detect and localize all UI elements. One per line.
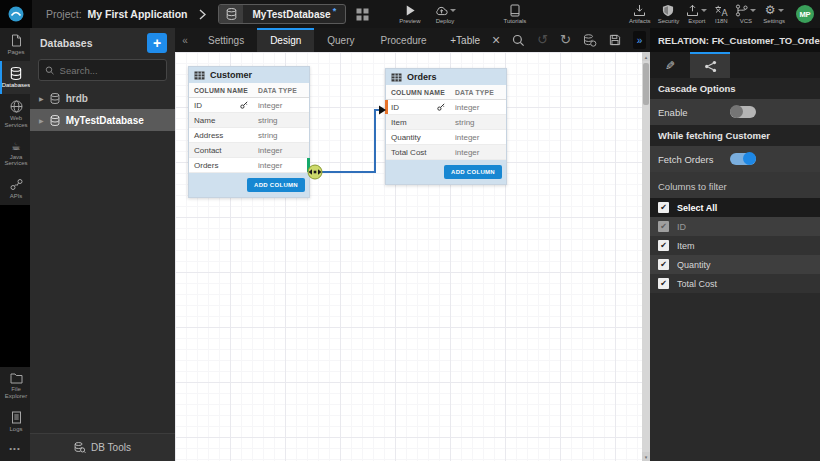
db-design-canvas[interactable]: CustomerCOLUMN NAMEDATA TYPEIDintegerNam… [175, 52, 650, 461]
checkbox-icon[interactable]: ✔ [658, 240, 669, 251]
update-database-icon[interactable] [583, 34, 597, 47]
add-database-button[interactable]: + [147, 33, 167, 53]
settings-button[interactable]: ⚙ Settings [763, 4, 785, 24]
project-label: Project: [46, 8, 82, 20]
column-row-quantity[interactable]: Quantityinteger [386, 130, 506, 145]
rail-item-file-explorer[interactable]: File Explorer [0, 367, 30, 405]
database-tab[interactable]: MyTestDatabase * [218, 4, 346, 24]
rail-item-logs[interactable]: Logs [0, 405, 30, 438]
deploy-button[interactable]: Deploy [435, 4, 456, 24]
column-row-address[interactable]: Addressstring [189, 128, 309, 143]
columns-to-filter-label: Columns to filter [650, 172, 820, 198]
checkbox-icon[interactable]: ✔ [658, 278, 669, 289]
filter-column-quantity[interactable]: ✔Quantity [650, 255, 820, 274]
tree-item-mytestdatabase[interactable]: ▶ MyTestDatabase [30, 109, 175, 131]
column-row-item[interactable]: Itemstring [386, 115, 506, 130]
filter-column-id[interactable]: ✔ID [650, 217, 820, 236]
filter-column-select-all[interactable]: ✔Select All [650, 198, 820, 217]
filter-column-item[interactable]: ✔Item [650, 236, 820, 255]
database-tab-label: MyTestDatabase [252, 9, 330, 20]
tab-relation-settings[interactable] [690, 52, 730, 78]
table-title[interactable]: Customer [189, 67, 309, 83]
checkbox-icon[interactable]: ✔ [658, 202, 669, 213]
table-card-orders[interactable]: OrdersCOLUMN NAMEDATA TYPEIDintegerItems… [385, 68, 507, 185]
tree-item-hrdb[interactable]: ▶ hrdb [30, 87, 175, 109]
add-column-button[interactable]: ADD COLUMN [444, 165, 502, 179]
add-column-button[interactable]: ADD COLUMN [247, 178, 305, 192]
undo-icon[interactable]: ↺ [537, 33, 548, 47]
expander-icon[interactable]: ▶ [39, 95, 44, 102]
tutorials-book-icon [509, 4, 521, 17]
top-bar: Project: My First Application MyTestData… [0, 0, 820, 28]
cascade-options-header: Cascade Options [650, 78, 820, 99]
app-logo[interactable] [0, 0, 32, 28]
column-row-id[interactable]: IDinteger [386, 100, 506, 115]
scroll-up-arrow[interactable]: ▴ [642, 52, 650, 61]
tab-query[interactable]: Query [314, 28, 367, 52]
export-button[interactable]: Export [686, 4, 707, 24]
fetch-orders-toggle[interactable] [730, 153, 756, 165]
search-input[interactable] [60, 65, 160, 76]
checkbox-icon[interactable]: ✔ [658, 259, 669, 270]
rail-item-apis[interactable]: APIs [0, 172, 30, 205]
project-breadcrumb: Project: My First Application [46, 8, 187, 20]
tab-design[interactable]: Design [257, 28, 314, 52]
apps-grid-icon[interactable] [356, 8, 369, 21]
filter-column-label: Item [677, 241, 695, 251]
column-row-id[interactable]: IDinteger [189, 98, 309, 113]
wavemaker-logo-icon [8, 6, 24, 22]
column-row-orders[interactable]: Ordersinteger [189, 158, 309, 173]
scrollbar-thumb[interactable] [643, 63, 649, 105]
rail-item-pages[interactable]: Pages [0, 28, 30, 61]
cloud-upload-icon [435, 4, 448, 17]
save-icon[interactable] [609, 34, 621, 46]
expander-icon[interactable]: ▶ [39, 117, 44, 124]
canvas-vertical-scrollbar[interactable]: ▴ ▾ [642, 52, 650, 461]
columns-filter-list: ✔Select All✔ID✔Item✔Quantity✔Total Cost [650, 198, 820, 293]
column-name: Address [189, 131, 253, 140]
preview-button[interactable]: Preview [399, 4, 420, 24]
tab-procedure[interactable]: Procedure [368, 28, 440, 52]
rail-item-databases[interactable]: Databases [0, 61, 30, 94]
vcs-button[interactable]: VCS [735, 4, 756, 24]
add-table-button[interactable]: +Table [450, 35, 480, 46]
column-row-total-cost[interactable]: Total Costinteger [386, 145, 506, 160]
expand-panel-button[interactable]: » [633, 31, 646, 49]
filter-column-total-cost[interactable]: ✔Total Cost [650, 274, 820, 293]
column-data-type: integer [253, 146, 309, 155]
relation-drag-handle-icon[interactable] [308, 165, 322, 179]
enable-label: Enable [658, 107, 730, 118]
checkbox-icon: ✔ [658, 221, 669, 232]
column-row-contact[interactable]: Contactinteger [189, 143, 309, 158]
redo-icon[interactable]: ↻ [560, 33, 571, 47]
user-avatar[interactable]: MP [796, 5, 814, 23]
zoom-search-icon[interactable] [512, 34, 525, 47]
export-upload-icon [686, 4, 699, 17]
artifacts-button[interactable]: Artifacts [629, 4, 651, 24]
i18n-button[interactable]: A I18N [714, 4, 728, 24]
column-data-type: integer [253, 161, 309, 170]
relation-line[interactable] [322, 110, 379, 172]
tab-edit-relation[interactable]: ✎ [650, 52, 690, 78]
tutorials-button[interactable]: Tutorials [504, 4, 527, 24]
col-header-name: COLUMN NAME [386, 89, 450, 96]
scroll-down-arrow[interactable]: ▾ [642, 452, 650, 461]
security-button[interactable]: Security [658, 4, 680, 24]
more-options-icon[interactable]: ••• [0, 438, 30, 461]
delete-icon[interactable]: × [492, 33, 500, 47]
folder-icon [10, 373, 23, 384]
search-box[interactable] [38, 59, 167, 81]
table-card-customer[interactable]: CustomerCOLUMN NAMEDATA TYPEIDintegerNam… [188, 66, 310, 198]
column-data-type: string [253, 131, 309, 140]
shield-icon [662, 4, 674, 17]
column-row-name[interactable]: Namestring [189, 113, 309, 128]
db-tools-button[interactable]: DB Tools [30, 433, 175, 461]
table-title[interactable]: Orders [386, 69, 506, 85]
enable-toggle[interactable] [730, 106, 756, 118]
column-name: Contact [189, 146, 253, 155]
tab-settings[interactable]: Settings [195, 28, 257, 52]
rail-item-java-services[interactable]: ☕ Java Services [0, 134, 30, 173]
rail-item-web-services[interactable]: Web Services [0, 94, 30, 134]
chevron-right-icon [199, 9, 206, 20]
collapse-panel-icon[interactable]: « [175, 28, 195, 52]
